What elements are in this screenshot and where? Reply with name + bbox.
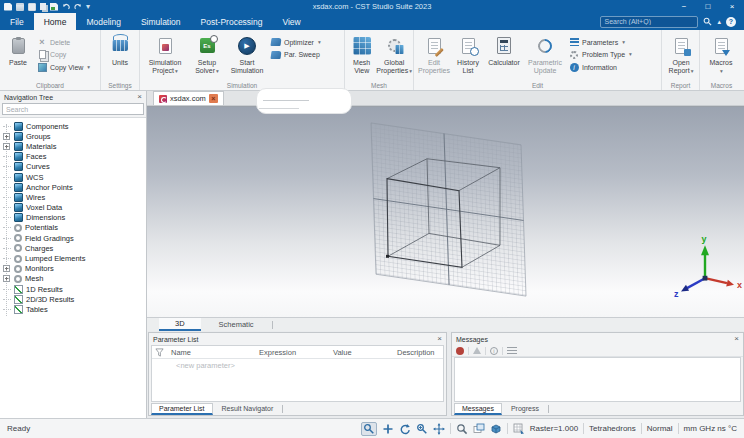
tree-item-charges[interactable]: Charges: [0, 243, 146, 253]
tree-item-monitors[interactable]: Monitors: [0, 264, 146, 274]
nav-tree-search-box[interactable]: [2, 103, 144, 115]
column-expression[interactable]: Expression: [259, 348, 333, 357]
optimizer-button[interactable]: Optimizer▾: [271, 37, 321, 47]
filter-icon[interactable]: [155, 348, 164, 357]
maximize-button[interactable]: □: [696, 0, 720, 13]
tree-item-1d-results[interactable]: 1D Results: [0, 284, 146, 294]
message-options-icon[interactable]: [507, 347, 517, 355]
tree-item-voxel-data[interactable]: Voxel Data: [0, 203, 146, 213]
expand-plus-icon[interactable]: [3, 133, 10, 140]
minimize-button[interactable]: −: [672, 0, 696, 13]
nav-tree-search-input[interactable]: [6, 106, 140, 113]
save-all-icon[interactable]: [40, 3, 46, 10]
units-value[interactable]: mm GHz ns °C: [684, 424, 737, 433]
paste-button[interactable]: Paste: [2, 32, 34, 67]
ribbon-search-box[interactable]: [600, 16, 698, 28]
tab-messages[interactable]: Messages: [454, 403, 502, 415]
parametric-update-button[interactable]: Parametric Update: [524, 32, 566, 75]
tree-item-lumped-elements[interactable]: Lumped Elements: [0, 253, 146, 263]
3d-viewport[interactable]: y x z: [147, 106, 744, 317]
tree-item-curves[interactable]: Curves: [0, 162, 146, 172]
delete-button[interactable]: ×Delete: [37, 37, 90, 47]
information-button[interactable]: iInformation: [569, 62, 632, 72]
column-name[interactable]: Name: [167, 348, 259, 357]
open-report-button[interactable]: Open Report▾: [664, 32, 698, 75]
history-list-button[interactable]: History List: [452, 32, 484, 75]
new-parameter-row[interactable]: <new parameter>: [152, 359, 443, 372]
undo-icon[interactable]: [62, 3, 70, 11]
column-value[interactable]: Value: [333, 348, 397, 357]
tab-progress[interactable]: Progress: [504, 404, 546, 413]
setup-solver-button[interactable]: Es Setup Solver▾: [188, 32, 226, 75]
tree-item-materials[interactable]: Materials: [0, 141, 146, 151]
errors-filter-icon[interactable]: [456, 347, 464, 355]
collapse-ribbon-icon[interactable]: ▴: [717, 18, 721, 26]
copy-button[interactable]: Copy: [37, 50, 90, 60]
expand-plus-icon[interactable]: [3, 275, 10, 282]
global-properties-button[interactable]: Global Properties▾: [376, 32, 412, 75]
tree-item-dimensions[interactable]: Dimensions: [0, 213, 146, 223]
pan-tool-icon[interactable]: [433, 423, 445, 435]
parameters-button[interactable]: Parameters▾: [569, 37, 632, 47]
tab-simulation[interactable]: Simulation: [131, 13, 191, 30]
simulation-project-button[interactable]: Simulation Project▾: [142, 32, 188, 75]
search-icon[interactable]: [703, 17, 712, 26]
warnings-filter-icon[interactable]: [473, 347, 481, 354]
close-parameter-list-icon[interactable]: ×: [437, 335, 442, 343]
messages-body[interactable]: [454, 357, 741, 402]
tree-item-field-gradings[interactable]: Field Gradings: [0, 233, 146, 243]
tree-item-groups[interactable]: Groups: [0, 131, 146, 141]
edit-properties-button[interactable]: Edit Properties: [416, 32, 452, 75]
tree-item-anchor-points[interactable]: Anchor Points: [0, 182, 146, 192]
open-folder-icon[interactable]: [16, 3, 24, 11]
mesh-view-button[interactable]: Mesh View: [347, 32, 376, 75]
render-mode-value[interactable]: Normal: [647, 424, 673, 433]
move-tool-icon[interactable]: [382, 423, 394, 435]
calculator-button[interactable]: Calculator: [484, 32, 524, 67]
close-window-button[interactable]: ×: [720, 0, 744, 13]
import-export-icon[interactable]: [50, 3, 58, 11]
close-messages-icon[interactable]: ×: [734, 335, 739, 343]
tree-item-faces[interactable]: Faces: [0, 152, 146, 162]
tab-modeling[interactable]: Modeling: [76, 13, 131, 30]
dynamic-zoom-icon[interactable]: [416, 423, 428, 435]
tree-item-components[interactable]: Components: [0, 121, 146, 131]
tree-item-2d3d-results[interactable]: 2D/3D Results: [0, 294, 146, 304]
zoom-to-fit-button[interactable]: [361, 422, 377, 436]
new-file-icon[interactable]: [4, 3, 12, 11]
help-icon[interactable]: ?: [726, 17, 736, 27]
redo-icon[interactable]: [74, 3, 82, 11]
start-simulation-button[interactable]: ▶ Start Simulation: [226, 32, 268, 75]
tab-parameter-list[interactable]: Parameter List: [151, 403, 213, 415]
close-document-tab-icon[interactable]: ×: [209, 94, 218, 103]
expand-plus-icon[interactable]: [3, 265, 10, 272]
tab-post-processing[interactable]: Post-Processing: [191, 13, 273, 30]
save-icon[interactable]: [28, 3, 36, 11]
tree-item-mesh[interactable]: Mesh: [0, 274, 146, 284]
close-nav-panel-icon[interactable]: ×: [137, 93, 142, 101]
tab-view[interactable]: View: [272, 13, 310, 30]
par-sweep-button[interactable]: Par. Sweep: [271, 50, 321, 60]
tab-result-navigator[interactable]: Result Navigator: [215, 404, 281, 413]
problem-type-button[interactable]: Problem Type▾: [569, 50, 632, 60]
tree-item-tables[interactable]: Tables: [0, 304, 146, 314]
3d-cube-icon[interactable]: [490, 423, 502, 435]
expand-plus-icon[interactable]: [3, 143, 10, 150]
tab-schematic[interactable]: Schematic: [203, 319, 270, 330]
tab-3d[interactable]: 3D: [159, 318, 201, 331]
units-button[interactable]: Units: [103, 32, 137, 67]
tree-item-wcs[interactable]: WCS: [0, 172, 146, 182]
tree-item-wires[interactable]: Wires: [0, 192, 146, 202]
mesh-type-value[interactable]: Tetrahedrons: [589, 424, 636, 433]
column-description[interactable]: Description: [397, 348, 435, 357]
tab-file[interactable]: File: [0, 13, 34, 30]
mesh-cells-icon[interactable]: [513, 423, 525, 435]
copy-view-button[interactable]: Copy View▾: [37, 62, 90, 72]
tree-item-potentials[interactable]: Potentials: [0, 223, 146, 233]
qat-customize-caret-icon[interactable]: ▾: [86, 3, 90, 11]
info-filter-icon[interactable]: i: [490, 347, 498, 355]
tab-home[interactable]: Home: [34, 13, 77, 30]
rotate-tool-icon[interactable]: [399, 423, 411, 435]
layers-icon[interactable]: [473, 423, 485, 435]
zoom-selection-icon[interactable]: [456, 423, 468, 435]
